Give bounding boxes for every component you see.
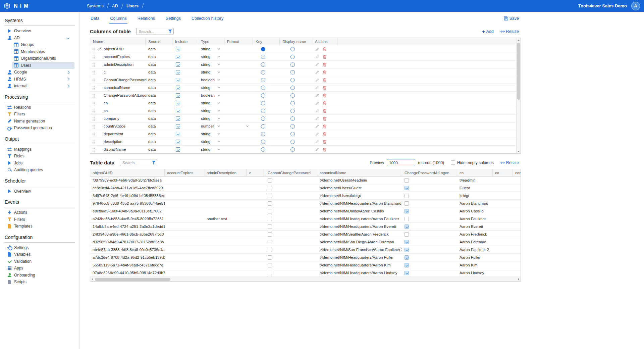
sidebar-item-ad[interactable]: AD [0,35,79,42]
sidebar-item-memberships[interactable]: Memberships [12,48,74,55]
tab-data[interactable]: Data [90,14,100,23]
delete-icon[interactable] [323,109,327,113]
delete-icon[interactable] [323,124,327,129]
type-dropdown-icon[interactable] [217,71,220,73]
key-radio[interactable] [261,109,265,113]
scroll-down-arrow[interactable] [517,149,521,153]
data-table-row[interactable]: 07a8e82f-9e99-4410-95b9-99814d72d0b7t4de… [90,269,521,277]
edit-icon[interactable] [315,132,319,136]
include-checkbox[interactable] [176,93,180,98]
displayname-radio[interactable] [290,78,295,82]
include-checkbox[interactable] [176,86,180,90]
cell-checkbox[interactable] [405,201,409,206]
include-checkbox[interactable] [176,140,180,144]
displayname-radio[interactable] [290,124,295,129]
cell-checkbox[interactable] [268,217,272,221]
displayname-radio[interactable] [290,109,295,113]
sidebar-item-actions[interactable]: Actions [0,209,79,216]
cell-checkbox[interactable] [405,271,409,275]
sidebar-item-overview[interactable]: Overview [0,28,79,35]
include-checkbox[interactable] [176,47,180,51]
key-radio[interactable] [261,62,265,67]
type-dropdown-icon[interactable] [217,94,220,96]
cell-checkbox[interactable] [405,255,409,260]
data-table-row[interactable]: ce8c0cd4-24bb-4211-a1c5-4ac7ffed8929t4de… [90,184,521,192]
scroll-right-arrow[interactable] [517,278,520,281]
cell-checkbox[interactable] [268,201,272,206]
displayname-radio[interactable] [290,70,295,74]
include-checkbox[interactable] [176,101,180,105]
delete-icon[interactable] [323,86,327,90]
data-table-row[interactable]: f0879989-ec0f-4eb6-9da0-28f27bfc9aeat4de… [90,177,521,184]
drag-handle-icon[interactable] [92,140,95,144]
drag-handle-icon[interactable] [92,70,95,74]
displayname-radio[interactable] [290,101,295,105]
data-table-row[interactable]: a7dc2de4-8708-4d2a-95d2-91cb5eb139d3t4de… [90,254,521,261]
delete-icon[interactable] [323,132,327,136]
delete-icon[interactable] [323,55,327,59]
cell-checkbox[interactable] [405,248,409,252]
sidebar-item-scripts[interactable]: Scripts [0,279,79,286]
data-table-row[interactable]: 6d97c645-2ef6-4e46-b09d-b408455553ect4de… [90,192,521,200]
data-table-row[interactable]: 55585119-5a71-4b4f-9ead-c43716fecc7et4de… [90,261,521,269]
sidebar-item-filters[interactable]: Filters [0,111,79,118]
cell-checkbox[interactable] [268,248,272,252]
key-radio[interactable] [261,140,265,144]
drag-handle-icon[interactable] [92,62,95,67]
key-radio[interactable] [261,70,265,74]
drag-handle-icon[interactable] [92,93,95,98]
delete-icon[interactable] [323,101,327,105]
sidebar-item-password-generation[interactable]: Password generation [0,124,79,132]
sidebar-item-onboarding[interactable]: Onboarding [0,272,79,279]
type-dropdown-icon[interactable] [217,79,220,81]
breadcrumb-item-systems[interactable]: Systems [87,3,104,8]
tab-columns[interactable]: Columns [109,14,127,23]
edit-icon[interactable] [315,70,319,74]
drag-handle-icon[interactable] [92,147,95,152]
displayname-radio[interactable] [290,140,295,144]
sidebar-item-settings[interactable]: Settings [0,244,79,251]
cell-checkbox[interactable] [268,178,272,183]
add-button[interactable]: + Add [482,29,494,34]
drag-handle-icon[interactable] [92,86,95,90]
include-checkbox[interactable] [176,55,180,59]
sidebar-item-groups[interactable]: Groups [12,41,74,48]
sidebar-item-filters[interactable]: Filters [0,216,79,223]
cell-checkbox[interactable] [405,263,409,267]
resize-columns-button[interactable]: Resize [500,29,519,34]
sidebar-item-google[interactable]: Google [0,69,79,76]
sidebar-item-roles[interactable]: Roles [0,153,79,160]
key-radio[interactable] [261,147,265,152]
tab-collection-history[interactable]: Collection history [191,14,224,23]
format-dropdown-icon[interactable] [246,125,249,127]
key-radio[interactable] [261,93,265,98]
include-checkbox[interactable] [176,62,180,67]
displayname-radio[interactable] [290,47,295,51]
drag-handle-icon[interactable] [92,78,95,82]
sidebar-item-overview[interactable]: Overview [0,188,79,195]
resize-data-button[interactable]: Resize [500,160,519,165]
cell-checkbox[interactable] [405,194,409,198]
key-radio[interactable] [261,124,265,129]
columns-search-input[interactable] [136,28,174,35]
cell-checkbox[interactable] [268,240,272,244]
edit-icon[interactable] [315,140,319,144]
sidebar-item-users[interactable]: Users [12,62,74,69]
data-table-hscrollbar[interactable] [90,277,521,281]
edit-icon[interactable] [315,62,319,67]
sidebar-item-mappings[interactable]: Mappings [0,146,79,153]
drag-handle-icon[interactable] [92,101,95,105]
cell-checkbox[interactable] [405,209,409,213]
key-radio[interactable] [261,116,265,121]
cell-checkbox[interactable] [405,232,409,237]
type-dropdown-icon[interactable] [217,125,220,127]
breadcrumb-item-ad[interactable]: AD [112,3,118,8]
sidebar-item-auditing-queries[interactable]: Auditing queries [0,166,79,173]
delete-icon[interactable] [323,78,327,82]
edit-icon[interactable] [315,93,319,98]
cell-checkbox[interactable] [268,255,272,260]
tab-relations[interactable]: Relations [137,14,156,23]
scroll-up-arrow[interactable] [517,38,521,42]
displayname-radio[interactable] [290,62,295,67]
chevron-right-icon[interactable] [66,70,70,74]
